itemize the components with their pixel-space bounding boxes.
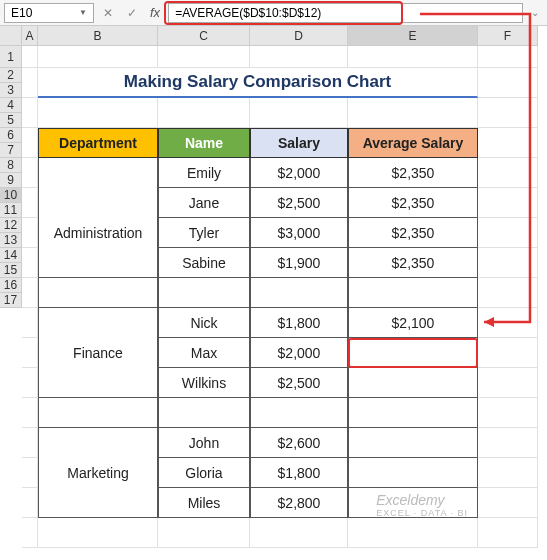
cell[interactable]: [22, 458, 38, 488]
cell[interactable]: [250, 98, 348, 128]
cell[interactable]: [22, 278, 38, 308]
cell[interactable]: [22, 308, 38, 338]
cell-salary[interactable]: $2,800: [250, 488, 348, 518]
row-header-5[interactable]: 5: [0, 113, 22, 128]
cell-name[interactable]: Nick: [158, 308, 250, 338]
fx-icon[interactable]: fx: [146, 5, 164, 20]
cell[interactable]: [22, 428, 38, 458]
row-header-1[interactable]: 1: [0, 46, 22, 68]
cell[interactable]: [38, 278, 158, 308]
cell[interactable]: [22, 158, 38, 188]
cell[interactable]: [478, 518, 538, 548]
name-box[interactable]: E10 ▼: [4, 3, 94, 23]
cell-dept[interactable]: Administration: [38, 218, 158, 248]
cell[interactable]: [478, 488, 538, 518]
row-header-4[interactable]: 4: [0, 98, 22, 113]
cell[interactable]: [478, 128, 538, 158]
cell-name[interactable]: Max: [158, 338, 250, 368]
row-header-16[interactable]: 16: [0, 278, 22, 293]
cell[interactable]: [22, 188, 38, 218]
cell[interactable]: [38, 46, 158, 68]
cell[interactable]: [22, 46, 38, 68]
header-name[interactable]: Name: [158, 128, 250, 158]
cell-salary[interactable]: $1,800: [250, 308, 348, 338]
row-header-12[interactable]: 12: [0, 218, 22, 233]
cell-salary[interactable]: $1,900: [250, 248, 348, 278]
cell[interactable]: [158, 398, 250, 428]
cell-name[interactable]: Tyler: [158, 218, 250, 248]
cell[interactable]: [478, 398, 538, 428]
cell[interactable]: [38, 248, 158, 278]
cell[interactable]: [38, 398, 158, 428]
formula-input[interactable]: =AVERAGE($D$10:$D$12): [168, 3, 523, 23]
row-header-11[interactable]: 11: [0, 203, 22, 218]
row-header-14[interactable]: 14: [0, 248, 22, 263]
cell[interactable]: [158, 98, 250, 128]
cell[interactable]: [250, 398, 348, 428]
cell[interactable]: [38, 98, 158, 128]
cell[interactable]: [22, 518, 38, 548]
cell[interactable]: [348, 398, 478, 428]
col-header-A[interactable]: A: [22, 26, 38, 46]
cell[interactable]: [478, 338, 538, 368]
cell-name[interactable]: Jane: [158, 188, 250, 218]
col-header-F[interactable]: F: [478, 26, 538, 46]
cell[interactable]: [158, 46, 250, 68]
cell[interactable]: [38, 428, 158, 458]
cell[interactable]: [22, 248, 38, 278]
select-all-corner[interactable]: [0, 26, 22, 46]
cell[interactable]: [348, 278, 478, 308]
cell[interactable]: [22, 218, 38, 248]
cell[interactable]: [478, 278, 538, 308]
row-header-7[interactable]: 7: [0, 143, 22, 158]
cell-avg[interactable]: $2,350: [348, 218, 478, 248]
row-header-10[interactable]: 10: [0, 188, 22, 203]
cell[interactable]: [478, 458, 538, 488]
cell[interactable]: [38, 308, 158, 338]
cell-salary[interactable]: $1,800: [250, 458, 348, 488]
cell-avg-selected[interactable]: $2,100: [348, 308, 478, 338]
row-header-13[interactable]: 13: [0, 233, 22, 248]
page-title[interactable]: Making Salary Comparison Chart: [38, 68, 478, 98]
cell[interactable]: [348, 98, 478, 128]
cell[interactable]: [250, 278, 348, 308]
cell[interactable]: [250, 518, 348, 548]
cell-name[interactable]: John: [158, 428, 250, 458]
row-header-2[interactable]: 2: [0, 68, 22, 83]
header-salary[interactable]: Salary: [250, 128, 348, 158]
cell[interactable]: [478, 188, 538, 218]
cell[interactable]: [22, 488, 38, 518]
cell-avg[interactable]: $2,350: [348, 188, 478, 218]
cell-salary[interactable]: $2,600: [250, 428, 348, 458]
cell[interactable]: [158, 518, 250, 548]
cell-avg[interactable]: [348, 458, 478, 488]
cell-name[interactable]: Emily: [158, 158, 250, 188]
confirm-icon[interactable]: ✓: [122, 3, 142, 23]
cell-name[interactable]: Gloria: [158, 458, 250, 488]
cell-avg[interactable]: [348, 428, 478, 458]
cell[interactable]: [478, 308, 538, 338]
row-header-3[interactable]: 3: [0, 83, 22, 98]
cell[interactable]: [478, 368, 538, 398]
cell[interactable]: [22, 68, 38, 98]
cell-avg[interactable]: $2,350: [348, 248, 478, 278]
chevron-down-icon[interactable]: ▼: [79, 8, 87, 17]
cell[interactable]: [38, 158, 158, 188]
cell-salary[interactable]: $2,000: [250, 158, 348, 188]
cell[interactable]: [22, 398, 38, 428]
row-header-9[interactable]: 9: [0, 173, 22, 188]
cell-name[interactable]: Wilkins: [158, 368, 250, 398]
cell[interactable]: [478, 46, 538, 68]
spreadsheet-grid[interactable]: Making Salary Comparison Chart Departmen…: [22, 46, 538, 548]
cell-salary[interactable]: $2,000: [250, 338, 348, 368]
cell[interactable]: [478, 158, 538, 188]
cell[interactable]: [478, 98, 538, 128]
cell-name[interactable]: Sabine: [158, 248, 250, 278]
cell[interactable]: [478, 428, 538, 458]
cell[interactable]: [250, 46, 348, 68]
row-header-6[interactable]: 6: [0, 128, 22, 143]
cell[interactable]: [478, 218, 538, 248]
cancel-icon[interactable]: ✕: [98, 3, 118, 23]
cell-dept[interactable]: Finance: [38, 338, 158, 368]
cell-avg[interactable]: [348, 338, 478, 368]
